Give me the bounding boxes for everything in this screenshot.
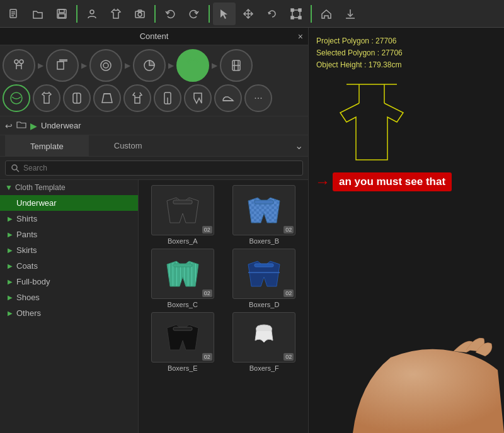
thumb-item-boxers-d[interactable]: 02 Boxers_D: [226, 249, 304, 308]
select-tool-button[interactable]: [213, 3, 236, 25]
search-bar: [0, 157, 308, 180]
search-input[interactable]: [23, 164, 297, 172]
garment-button[interactable]: [105, 3, 127, 25]
thumb-img-boxers-b: 02: [232, 185, 295, 235]
svg-rect-17: [291, 16, 294, 19]
download-button[interactable]: [339, 3, 362, 25]
divider-2: [154, 5, 156, 23]
custom-tab[interactable]: Custom: [89, 136, 168, 155]
more-category-icon[interactable]: ···: [244, 84, 272, 112]
tree-item-pants[interactable]: ▶ Pants: [0, 227, 138, 242]
thumb-img-boxers-a: 02: [151, 185, 214, 235]
underwear-category-icon[interactable]: [3, 84, 30, 112]
triangle-icon: ▼: [5, 183, 13, 192]
tree-item-skirts[interactable]: ▶ Skirts: [0, 242, 138, 258]
tree-item-coats[interactable]: ▶ Coats: [0, 258, 138, 274]
tree-item-fullbody[interactable]: ▶ Full-body: [0, 274, 138, 290]
tree-item-underwear[interactable]: Underwear: [0, 195, 138, 211]
accessory-icon[interactable]: [220, 49, 253, 82]
arrow-3: ▶: [125, 61, 130, 70]
thumb-item-boxers-f[interactable]: 02 Boxers_F: [226, 312, 304, 372]
avatar-button[interactable]: [81, 3, 103, 25]
tree-section-header: ▼ Cloth Template: [0, 180, 138, 195]
fullbody-label: Full-body: [16, 277, 50, 286]
tree-item-shoes[interactable]: ▶ Shoes: [0, 290, 138, 305]
coat-category-icon[interactable]: [123, 84, 151, 112]
garment-outline-svg: [328, 78, 416, 179]
thumb-item-boxers-e[interactable]: 02 Boxers_E: [144, 312, 222, 372]
info-overlay: Project Polygon : 27706 Selected Polygon…: [316, 35, 403, 72]
tabs-bar: Template Custom ⌄: [0, 135, 308, 157]
label-boxers-e: Boxers_E: [168, 364, 198, 372]
content-title: Content: [140, 31, 169, 41]
move-tool-button[interactable]: [237, 3, 260, 25]
rotate-tool-button[interactable]: [261, 3, 284, 25]
tree-item-shirts[interactable]: ▶ Shirts: [0, 211, 138, 227]
arrow-1: ▶: [38, 61, 43, 70]
coats-label: Coats: [16, 261, 38, 271]
divider-1: [76, 5, 77, 23]
skirts-label: Skirts: [16, 245, 37, 255]
content-header: Content ×: [0, 28, 308, 45]
others-arrow: ▶: [8, 310, 14, 317]
icon-row-categories: ···: [3, 84, 306, 112]
main-area: Content × ▶: [0, 28, 504, 433]
skirt-category-icon[interactable]: [93, 84, 121, 112]
pants-category-icon[interactable]: [184, 84, 212, 112]
svg-point-30: [103, 63, 108, 68]
undo-button[interactable]: [159, 3, 181, 25]
fullbody-category-icon[interactable]: [154, 84, 181, 112]
home-button[interactable]: [315, 3, 338, 25]
shoes-category-icon[interactable]: [214, 84, 242, 112]
svg-point-44: [12, 165, 17, 170]
tshirt-category-icon[interactable]: [33, 84, 60, 112]
svg-line-45: [16, 169, 19, 172]
shirts-label: Shirts: [16, 214, 37, 223]
layers-icon[interactable]: [46, 49, 79, 82]
new-button[interactable]: [3, 3, 25, 25]
svg-point-29: [101, 60, 111, 70]
content-body: ▼ Cloth Template Underwear ▶ Shirts ▶ Pa…: [0, 180, 308, 433]
open-button[interactable]: [26, 3, 49, 25]
shoes-label: Shoes: [16, 293, 40, 302]
svg-rect-15: [291, 9, 294, 11]
transform-button[interactable]: [285, 3, 307, 25]
thumb-item-boxers-b[interactable]: 02 Boxers_B: [226, 185, 304, 245]
redo-button[interactable]: [183, 3, 205, 25]
label-boxers-f: Boxers_F: [249, 364, 279, 372]
svg-point-9: [138, 13, 142, 16]
save-button[interactable]: [50, 3, 73, 25]
main-toolbar: [0, 0, 504, 28]
svg-marker-11: [220, 9, 227, 19]
material-icon[interactable]: [89, 49, 122, 82]
svg-rect-48: [173, 200, 192, 204]
badge-boxers-d: 02: [284, 290, 294, 297]
svg-rect-16: [299, 9, 301, 11]
template-tab[interactable]: Template: [5, 135, 89, 156]
label-boxers-b: Boxers_B: [249, 237, 279, 245]
thumb-item-boxers-a[interactable]: 02 Boxers_A: [144, 185, 222, 245]
close-button[interactable]: ×: [298, 31, 303, 42]
collapse-button[interactable]: ⌄: [295, 140, 303, 152]
mannequin-icon[interactable]: [3, 49, 35, 82]
camera-button[interactable]: [129, 3, 151, 25]
label-boxers-c: Boxers_C: [168, 301, 198, 308]
others-label: Others: [16, 308, 41, 318]
annotation-label: an you must see that: [333, 172, 452, 191]
shirt-icon-active[interactable]: [176, 49, 209, 82]
tree-item-others[interactable]: ▶ Others: [0, 305, 138, 321]
no-arrow: [8, 200, 14, 206]
annotation-container: → an you must see that: [315, 172, 452, 191]
dental-category-icon[interactable]: [63, 84, 91, 112]
label-boxers-a: Boxers_A: [168, 237, 198, 245]
back-button[interactable]: ↩: [5, 121, 13, 131]
pattern-icon[interactable]: [133, 49, 166, 82]
svg-rect-5: [59, 9, 64, 13]
svg-rect-26: [57, 62, 64, 69]
svg-rect-56: [255, 264, 273, 267]
boxers-d-svg: [239, 255, 289, 293]
boxers-f-svg: [239, 318, 289, 356]
boxers-c-svg: [158, 255, 208, 293]
thumb-item-boxers-c[interactable]: 02 Boxers_C: [144, 249, 222, 308]
underwear-label: Underwear: [16, 198, 57, 208]
